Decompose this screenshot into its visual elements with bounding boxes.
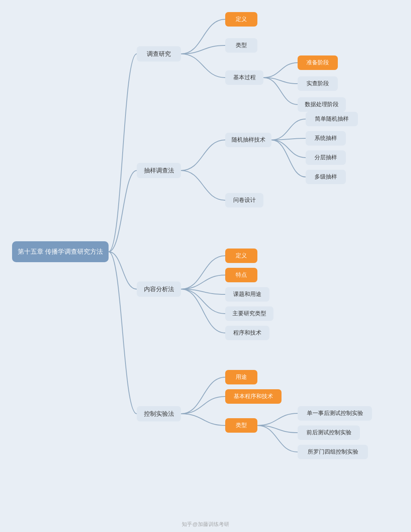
jibenguocheng-shicha-label: 实查阶段 (306, 80, 329, 87)
suiji-duoji-label: 多级抽样 (314, 173, 337, 181)
suiji-duoji: 多级抽样 (306, 170, 346, 184)
content-keti-label: 课题和用途 (233, 291, 261, 298)
sampling-suiji-label: 随机抽样技术 (232, 136, 265, 144)
l1-sampling: 抽样调查法 (137, 163, 181, 178)
survey-jibenguocheng: 基本过程 (225, 70, 263, 85)
control-jibenj-label: 基本程序和技术 (234, 393, 273, 400)
l1-survey: 调查研究 (137, 46, 181, 62)
l1-survey-label: 调查研究 (147, 50, 171, 58)
survey-leixing-label: 类型 (236, 42, 247, 49)
suiji-jiandan-label: 简单随机抽样 (315, 115, 349, 123)
control-leixing: 类型 (225, 418, 257, 433)
control-jibenj: 基本程序和技术 (225, 389, 282, 404)
suiji-xitong: 系统抽样 (306, 131, 346, 146)
watermark-text: 知乎@加藤训练考研 (182, 521, 229, 527)
suiji-fenceng: 分层抽样 (306, 150, 346, 165)
mind-map: 第十五章 传播学调查研究方法 调查研究 抽样调查法 内容分析法 控制实验法 定义… (0, 0, 411, 532)
control-yongtu-label: 用途 (236, 374, 247, 381)
survey-leixing: 类型 (225, 38, 257, 53)
jibenguocheng-shuju-label: 数据处理阶段 (305, 101, 339, 108)
content-tedian: 特点 (225, 268, 257, 282)
jibenguocheng-shuju: 数据处理阶段 (298, 97, 346, 112)
content-dingyi-label: 定义 (236, 252, 247, 259)
l1-control: 控制实验法 (137, 406, 181, 421)
root-label: 第十五章 传播学调查研究方法 (18, 248, 103, 256)
survey-jibenguocheng-label: 基本过程 (233, 74, 256, 81)
suiji-fenceng-label: 分层抽样 (314, 154, 337, 161)
l1-control-label: 控制实验法 (144, 410, 174, 418)
control-leixing-label: 类型 (236, 422, 247, 429)
root-node: 第十五章 传播学调查研究方法 (12, 241, 109, 262)
content-keti: 课题和用途 (225, 287, 269, 302)
content-dingyi: 定义 (225, 249, 257, 263)
jibenguocheng-zhunbei: 准备阶段 (298, 55, 338, 70)
content-zhuyao: 主要研究类型 (225, 306, 273, 321)
jibenguocheng-zhunbei-label: 准备阶段 (306, 59, 329, 66)
survey-dingyi-label: 定义 (236, 16, 247, 23)
l1-content: 内容分析法 (137, 281, 181, 297)
leixing-danyi-label: 单一事后测试控制实验 (307, 410, 363, 417)
jibenguocheng-shicha: 实查阶段 (298, 76, 338, 91)
sampling-suiji: 随机抽样技术 (225, 133, 271, 147)
leixing-danyi: 单一事后测试控制实验 (298, 406, 372, 421)
content-zhuyao-label: 主要研究类型 (232, 310, 266, 317)
suiji-xitong-label: 系统抽样 (314, 135, 337, 142)
content-chengxu: 程序和技术 (225, 326, 269, 340)
sampling-wenjuan-label: 问卷设计 (233, 197, 256, 204)
content-tedian-label: 特点 (236, 271, 247, 279)
leixing-luomuo-label: 所罗门四组控制实验 (308, 448, 358, 456)
leixing-luomuo: 所罗门四组控制实验 (298, 445, 368, 459)
survey-dingyi: 定义 (225, 12, 257, 27)
suiji-jiandan: 简单随机抽样 (306, 112, 358, 126)
l1-content-label: 内容分析法 (144, 286, 174, 293)
leixing-qianhou-label: 前后测试控制实验 (306, 429, 351, 436)
watermark: 知乎@加藤训练考研 (182, 521, 229, 528)
leixing-qianhou: 前后测试控制实验 (298, 425, 360, 440)
sampling-wenjuan: 问卷设计 (225, 193, 263, 207)
control-yongtu: 用途 (225, 370, 257, 384)
l1-sampling-label: 抽样调查法 (144, 167, 174, 175)
content-chengxu-label: 程序和技术 (233, 329, 261, 337)
